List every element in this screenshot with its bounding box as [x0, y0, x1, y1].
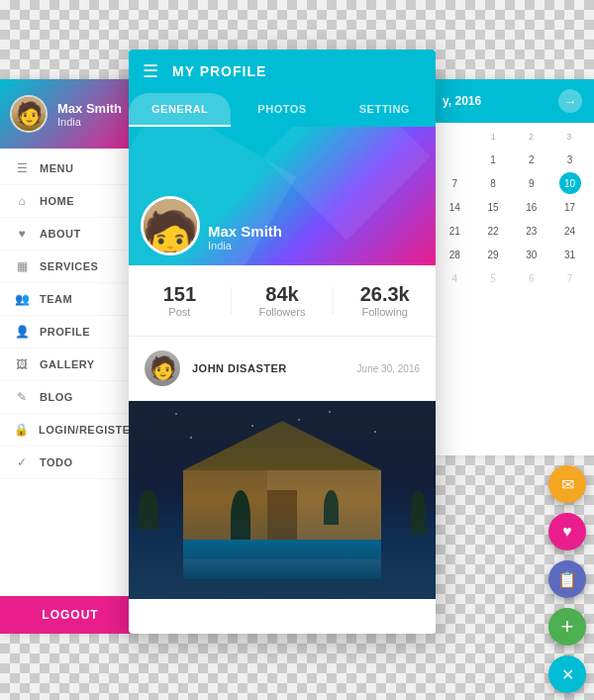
fab-heart-button[interactable]: ♥ [548, 513, 586, 550]
post-author: JOHN DISASTER [192, 362, 287, 374]
stat-posts: 151 Post [129, 283, 231, 318]
sidebar-item-label: PROFILE [40, 326, 90, 338]
calendar-today[interactable]: 10 [559, 172, 581, 194]
calendar-day[interactable]: 28 [444, 244, 465, 265]
calendar-day[interactable]: 7 [559, 267, 581, 289]
calendar-day[interactable]: 17 [559, 196, 581, 218]
fab-clipboard-button[interactable]: 📋 [548, 560, 586, 598]
calendar-day[interactable]: 6 [521, 267, 543, 289]
calendar-day[interactable]: 24 [559, 220, 581, 242]
calendar-day[interactable]: 16 [521, 196, 543, 218]
calendar-day[interactable]: 4 [444, 267, 465, 289]
sidebar-item-menu[interactable]: ☰ MENU [0, 152, 141, 185]
calendar-day[interactable]: 29 [482, 244, 504, 265]
sidebar-item-blog[interactable]: ✎ BLOG [0, 381, 141, 414]
sidebar-user-name: Max Smith [57, 101, 122, 116]
sidebar-item-label: BLOG [40, 391, 73, 403]
calendar-day[interactable]: 9 [521, 172, 543, 194]
calendar-day[interactable]: 31 [559, 244, 581, 265]
fab-close-button[interactable]: ✕ [548, 655, 586, 693]
sidebar-item-label: SERVICES [40, 260, 98, 272]
sidebar-item-home[interactable]: ⌂ HOME [0, 185, 141, 218]
sidebar-item-about[interactable]: ♥ ABOUT [0, 218, 141, 250]
day-header: 3 [550, 129, 588, 145]
post-date: June 30, 2016 [357, 363, 420, 374]
profile-hero: 🧑 Max Smith India [129, 127, 436, 265]
sidebar-item-profile[interactable]: 👤 PROFILE [0, 316, 141, 349]
calendar-day[interactable]: 14 [444, 196, 465, 218]
sidebar-avatar: 🧑 [10, 95, 48, 133]
menu-icon: ☰ [14, 161, 30, 175]
stat-following-value: 26.3k [334, 283, 436, 306]
sidebar-user-location: India [57, 116, 122, 128]
sidebar-avatar-face: 🧑 [12, 97, 46, 131]
calendar-day[interactable]: 30 [521, 244, 543, 265]
fab-add-button[interactable]: + [548, 608, 586, 646]
sidebar-item-label: GALLERY [40, 358, 95, 370]
calendar-next-button[interactable]: → [558, 89, 582, 113]
tab-general[interactable]: GENERAL [129, 93, 231, 127]
sidebar-user-info: Max Smith India [57, 101, 122, 128]
team-icon: 👥 [14, 292, 30, 306]
calendar-day[interactable]: 15 [482, 196, 504, 218]
profile-hero-location: India [208, 240, 282, 251]
calendar-day[interactable]: 2 [521, 149, 543, 170]
post-image-overlay [129, 401, 436, 599]
profile-tabs: GENERAL PHOTOS SETTING [129, 93, 436, 127]
profile-hero-name: Max Smith [208, 223, 282, 240]
hamburger-icon[interactable]: ☰ [143, 60, 158, 82]
calendar-day[interactable]: 8 [482, 172, 504, 194]
calendar-day[interactable]: 21 [444, 220, 465, 242]
stat-posts-value: 151 [129, 283, 231, 306]
stat-followers-value: 84k [232, 283, 334, 306]
check-icon: ✓ [14, 455, 30, 469]
sidebar-item-team[interactable]: 👥 TEAM [0, 283, 141, 316]
sidebar-nav: ☰ MENU ⌂ HOME ♥ ABOUT ▦ SERVICES 👥 TEAM … [0, 149, 141, 483]
post-info: JOHN DISASTER June 30, 2016 [192, 362, 420, 374]
tab-photos[interactable]: PHOTOS [231, 93, 333, 127]
post-header-row: JOHN DISASTER June 30, 2016 [192, 362, 420, 374]
day-header: 1 [474, 129, 512, 145]
sidebar-item-label: MENU [40, 162, 73, 174]
gallery-icon: 🖼 [14, 357, 30, 371]
profile-avatar: 🧑 [141, 196, 200, 255]
tab-setting[interactable]: SETTING [334, 93, 436, 127]
calendar-day[interactable]: 22 [482, 220, 504, 242]
calendar-day[interactable]: 5 [482, 267, 504, 289]
profile-stats: 151 Post 84k Followers 26.3k Following [129, 265, 436, 337]
sidebar-item-todo[interactable]: ✓ TODO [0, 447, 141, 479]
sidebar-item-label: ABOUT [40, 228, 81, 240]
calendar-day[interactable]: 1 [482, 149, 504, 170]
calendar-grid: 1 2 3 1 2 3 7 8 9 10 14 15 16 17 21 22 2… [431, 123, 594, 295]
logout-button[interactable]: LOGOUT [0, 596, 141, 634]
calendar-panel: y, 2016 → 1 2 3 1 2 3 7 8 9 10 14 15 16 … [431, 79, 594, 455]
calendar-day[interactable]: 7 [444, 172, 465, 194]
sidebar-item-services[interactable]: ▦ SERVICES [0, 250, 141, 283]
post-avatar-img: 🧑 [145, 350, 180, 386]
post-image [129, 401, 436, 599]
calendar-header: y, 2016 → [431, 79, 594, 123]
post-item: 🧑 JOHN DISASTER June 30, 2016 [129, 337, 436, 401]
avatar-face: 🧑 [144, 199, 197, 252]
stat-posts-label: Post [129, 306, 231, 318]
stat-following: 26.3k Following [334, 283, 436, 318]
profile-card: ☰ MY PROFILE GENERAL PHOTOS SETTING 🧑 Ma… [129, 50, 436, 634]
calendar-day[interactable]: 3 [559, 149, 581, 170]
stat-followers: 84k Followers [232, 283, 334, 318]
briefcase-icon: ▦ [14, 259, 30, 273]
fab-email-button[interactable]: ✉ [548, 465, 586, 503]
calendar-day[interactable]: 23 [521, 220, 543, 242]
calendar-days-header: 1 2 3 [437, 129, 588, 145]
sidebar-item-gallery[interactable]: 🖼 GALLERY [0, 349, 141, 381]
calendar-day[interactable] [444, 149, 465, 170]
profile-card-title: MY PROFILE [172, 63, 266, 79]
day-header [437, 129, 474, 145]
sidebar-header: 🧑 Max Smith India [0, 79, 141, 149]
stat-followers-label: Followers [232, 306, 334, 318]
sidebar: 🧑 Max Smith India ☰ MENU ⌂ HOME ♥ ABOUT … [0, 79, 141, 634]
fab-group: ✉ ♥ 📋 + ✕ [548, 465, 586, 693]
sidebar-item-label: LOGIN/REGISTER [39, 424, 139, 436]
day-header: 2 [513, 129, 550, 145]
sidebar-item-login[interactable]: 🔒 LOGIN/REGISTER [0, 414, 141, 447]
profile-hero-content: Max Smith India [208, 223, 282, 251]
